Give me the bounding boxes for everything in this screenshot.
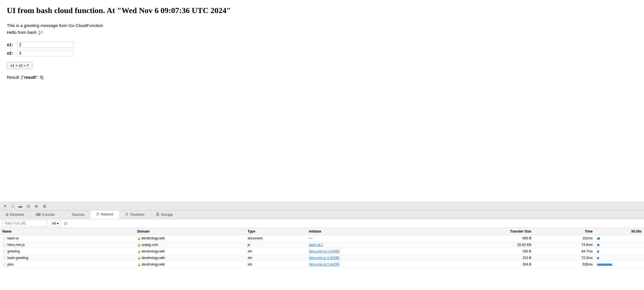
x1-input[interactable] [17,42,74,48]
result-key: result [24,75,36,80]
calc-button[interactable]: x1 + x2 = ? [7,62,32,69]
greeting-line2: Hello from bash ;) ! [7,29,637,36]
greeting-line1: This is a greeting message from Go Cloud… [7,22,637,29]
x1-row: x1: [7,42,637,48]
x2-row: x2: [7,50,637,56]
main-content: UI from bash cloud function. At "Wed Nov… [0,0,644,119]
result-text: Result: {"result": 5} [7,75,637,80]
x1-label: x1: [7,42,17,47]
x2-label: x2: [7,51,17,55]
page-title: UI from bash cloud function. At "Wed Nov… [7,6,637,15]
greeting-text: This is a greeting message from Go Cloud… [7,22,637,36]
x2-input[interactable] [17,50,74,56]
